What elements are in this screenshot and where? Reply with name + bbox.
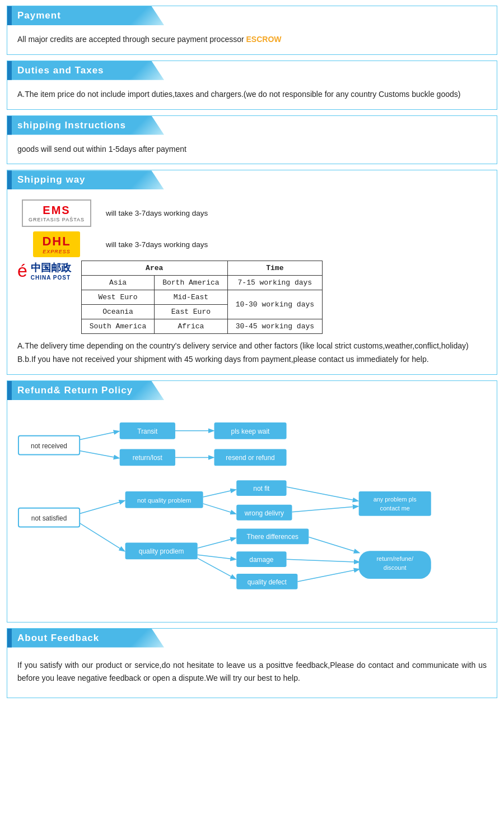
shipping-way-title: Shipping way — [17, 174, 86, 185]
svg-line-30 — [198, 558, 236, 579]
duties-title: Duties and Taxes — [17, 65, 104, 76]
carriers-list: EMS GREITASIS PAŠTAS will take 3-7days w… — [7, 195, 497, 257]
shipping-instructions-header: shipping Instructions — [7, 116, 164, 135]
dhl-label: will take 3-7days working days — [106, 240, 208, 249]
svg-line-28 — [198, 538, 236, 548]
svg-text:contact  me: contact me — [380, 505, 410, 512]
svg-text:not  fit: not fit — [253, 485, 270, 493]
note-b: B.b.If you have not received your shipme… — [17, 353, 487, 366]
payment-title: Payment — [17, 10, 61, 21]
svg-line-29 — [198, 555, 236, 559]
table-cell: 10-30 working days — [227, 290, 322, 319]
dhl-row: DHL EXPRESS will take 3-7days working da… — [17, 231, 487, 257]
payment-text: All major credits are accepted through s… — [17, 35, 244, 44]
refund-title: Refund& Return Policy — [17, 385, 133, 396]
header-accent — [7, 629, 12, 648]
svg-text:quality  prodlem: quality prodlem — [139, 547, 184, 555]
table-cell: Mid-East — [155, 290, 227, 305]
svg-line-38 — [292, 507, 357, 512]
svg-text:return/refune/: return/refune/ — [376, 555, 413, 562]
table-cell: 7-15 working days — [227, 276, 322, 290]
shipping-way-section: Shipping way EMS GREITASIS PAŠTAS will t… — [7, 170, 497, 375]
svg-line-37 — [287, 487, 358, 501]
shipping-instructions-text: goods will send out within 1-5days after… — [17, 145, 186, 154]
header-accent — [7, 61, 12, 80]
table-cell: West Euro — [81, 290, 154, 305]
dhl-logo: DHL EXPRESS — [17, 231, 96, 257]
svg-text:not  received: not received — [31, 442, 67, 450]
header-accent — [7, 170, 12, 189]
svg-line-22 — [203, 490, 236, 497]
refund-header: Refund& Return Policy — [7, 381, 164, 400]
svg-text:return/lost: return/lost — [133, 454, 163, 462]
table-cell: Borth America — [155, 276, 227, 290]
svg-line-17 — [80, 523, 124, 551]
feedback-title: About Feedback — [17, 633, 99, 644]
refund-flow-svg: not received Transit return/lost pls kee… — [13, 415, 491, 610]
refund-diagram: not received Transit return/lost pls kee… — [7, 406, 497, 614]
payment-header: Payment — [7, 6, 164, 25]
duties-header: Duties and Taxes — [7, 61, 164, 80]
svg-text:wrong  delivry: wrong delivry — [244, 509, 284, 517]
note-a: A.The delivery time depending on the cou… — [17, 340, 487, 353]
header-accent — [7, 381, 12, 400]
table-area-header: Area — [81, 261, 227, 276]
duties-section: Duties and Taxes A.The item price do not… — [7, 61, 497, 110]
svg-line-23 — [203, 504, 236, 514]
payment-body: All major credits are accepted through s… — [7, 31, 497, 47]
shipping-table: Area Time AsiaBorth America7-15 working … — [81, 261, 323, 334]
shipping-instructions-body: goods will send out within 1-5days after… — [7, 141, 497, 156]
shipping-instructions-title: shipping Instructions — [17, 120, 126, 131]
svg-text:quality  defect: quality defect — [248, 578, 287, 586]
table-cell: Oceania — [81, 305, 154, 319]
svg-text:pls  keep  wait: pls keep wait — [231, 428, 270, 435]
delivery-notes: A.The delivery time depending on the cou… — [7, 334, 497, 366]
feedback-section: About Feedback If you satisfy with our p… — [7, 628, 497, 699]
duties-text: A.The item price do not include import d… — [17, 90, 460, 99]
table-cell: Asia — [81, 276, 154, 290]
chinapost-row: é 中国邮政 CHINA POST Area Time AsiaBorth Am… — [7, 257, 497, 334]
escrow-label: ESCROW — [246, 35, 282, 44]
shipping-instructions-section: shipping Instructions goods will send ou… — [7, 115, 497, 165]
refund-section: Refund& Return Policy not received Trans… — [7, 380, 497, 622]
svg-text:not  quality  problem: not quality problem — [137, 497, 191, 504]
svg-line-3 — [80, 451, 119, 458]
shipping-way-header: Shipping way — [7, 170, 164, 189]
svg-line-43 — [287, 559, 359, 562]
table-time-header: Time — [227, 261, 322, 276]
table-cell: 30-45 working days — [227, 319, 322, 334]
svg-rect-39 — [359, 491, 431, 516]
header-accent — [7, 6, 12, 25]
ems-label: will take 3-7days working days — [106, 209, 208, 217]
payment-section: Payment All major credits are accepted t… — [7, 6, 497, 55]
svg-text:not  satisfied: not satisfied — [31, 514, 67, 522]
svg-text:any  problem  pls: any problem pls — [374, 496, 417, 503]
svg-text:damage: damage — [249, 556, 273, 564]
feedback-text: If you satisfy with our product or servi… — [17, 661, 487, 683]
feedback-body: If you satisfy with our product or servi… — [7, 653, 497, 690]
chinapost-logo: é 中国邮政 CHINA POST — [17, 261, 71, 281]
svg-line-2 — [80, 431, 119, 440]
header-accent — [7, 116, 12, 135]
feedback-header: About Feedback — [7, 629, 164, 648]
svg-text:There  differences: There differences — [247, 533, 298, 541]
ems-logo: EMS GREITASIS PAŠTAS — [17, 199, 96, 227]
table-cell: Africa — [155, 319, 227, 334]
svg-text:resend  or  refund: resend or refund — [226, 454, 274, 462]
table-cell: East Euro — [155, 305, 227, 319]
svg-line-42 — [309, 537, 358, 552]
duties-body: A.The item price do not include import d… — [7, 86, 497, 101]
svg-text:Transit: Transit — [137, 428, 158, 435]
svg-text:discount: discount — [384, 564, 407, 571]
svg-line-44 — [297, 569, 358, 582]
svg-line-16 — [80, 501, 124, 514]
ems-row: EMS GREITASIS PAŠTAS will take 3-7days w… — [17, 199, 487, 227]
table-cell: South America — [81, 319, 154, 334]
